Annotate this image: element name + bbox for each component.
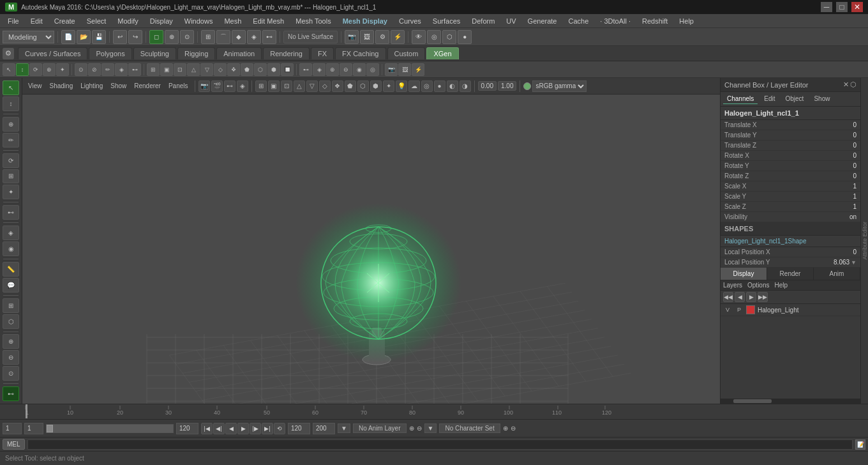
menu-select[interactable]: Select — [82, 16, 112, 26]
tab-rendering[interactable]: Rendering — [263, 47, 310, 59]
transport-start[interactable]: |◀ — [201, 423, 213, 434]
vp-icon-lights[interactable]: 💡 — [396, 80, 407, 92]
it-snap3[interactable]: ⊕ — [326, 63, 339, 76]
loh-options[interactable]: Options — [747, 282, 769, 289]
attr-translate-z[interactable]: Translate Z 0 — [721, 141, 860, 151]
vp-icon-mb[interactable]: ◐ — [447, 80, 458, 92]
vp-icon-tex[interactable]: ⬡ — [357, 80, 369, 92]
menu-create[interactable]: Create — [49, 16, 80, 26]
vp-icon-grid[interactable]: ⊞ — [255, 80, 267, 92]
tool-scale[interactable]: ⊞ — [3, 169, 19, 184]
ch-tab-channels[interactable]: Channels — [723, 94, 758, 104]
tool-snap[interactable]: ◈ — [3, 225, 19, 240]
menu-display[interactable]: Display — [145, 16, 178, 26]
loh-layers[interactable]: Layers — [723, 282, 742, 289]
it-v5[interactable]: ▽ — [200, 63, 213, 76]
it-v8[interactable]: ⬟ — [241, 63, 253, 76]
snap-surface-btn[interactable]: ◈ — [247, 30, 261, 44]
tab-animation[interactable]: Animation — [216, 47, 262, 59]
transport-step-back[interactable]: ◀| — [213, 423, 225, 434]
vp-icon-shadow[interactable]: ⬟ — [345, 80, 356, 92]
menu-edit-mesh[interactable]: Edit Mesh — [248, 16, 289, 26]
rp-close-btn[interactable]: ✕ — [843, 80, 849, 89]
ch-tab-edit[interactable]: Edit — [760, 94, 779, 104]
layer-item-halogen[interactable]: V P Halogen_Light — [721, 304, 860, 316]
menu-windows[interactable]: Windows — [179, 16, 218, 26]
da-tab-render[interactable]: Render — [767, 268, 814, 280]
it-v3[interactable]: ⊡ — [174, 63, 186, 76]
vp-val1[interactable]: 0.00 — [478, 81, 497, 91]
layer-prev-btn[interactable]: ◀ — [735, 292, 745, 302]
menu-edit[interactable]: Edit — [26, 16, 48, 26]
layer-ff-btn[interactable]: ▶▶ — [758, 292, 768, 302]
it-snap1[interactable]: ⊷ — [299, 63, 312, 76]
timeline-slider[interactable] — [46, 424, 174, 433]
menu-cache[interactable]: Cache — [563, 16, 594, 26]
it-snap2[interactable]: ◈ — [313, 63, 326, 76]
tab-fx[interactable]: FX — [311, 47, 334, 59]
attr-local-pos-y[interactable]: Local Position Y 8.063 ▼ — [721, 257, 860, 268]
open-scene-btn[interactable]: 📂 — [77, 30, 91, 44]
close-button[interactable]: ✕ — [851, 2, 863, 12]
tool-camera-fit[interactable]: ⬡ — [3, 314, 19, 329]
attr-rotate-y[interactable]: Rotate Y 0 — [721, 161, 860, 171]
workspace-settings-icon[interactable]: ⚙ — [3, 48, 14, 59]
rp-expand-btn[interactable]: ⬡ — [850, 80, 857, 89]
tool-lasso[interactable]: ⊕ — [3, 117, 19, 132]
tab-sculpting[interactable]: Sculpting — [133, 47, 176, 59]
it-v2[interactable]: ▣ — [160, 63, 173, 76]
ch-tab-object[interactable]: Object — [782, 94, 808, 104]
lasso-btn[interactable]: ⊕ — [165, 30, 179, 44]
loh-help[interactable]: Help — [774, 282, 788, 289]
it-v1[interactable]: ⊞ — [147, 63, 160, 76]
it-lasso[interactable]: ⊘ — [88, 63, 101, 76]
it-camera1[interactable]: 📷 — [385, 63, 398, 76]
vp-icon-ao[interactable]: ❖ — [332, 80, 343, 92]
menu-surfaces[interactable]: Surfaces — [428, 16, 465, 26]
it-rotate[interactable]: ⟳ — [29, 63, 42, 76]
show-hide-btn[interactable]: 👁 — [412, 30, 426, 44]
attr-visibility[interactable]: Visibility on — [721, 212, 860, 222]
shape-name-label[interactable]: Halogen_Light_ncl1_1Shape — [721, 236, 860, 247]
it-v6[interactable]: ◇ — [214, 63, 227, 76]
menu-modify[interactable]: Modify — [112, 16, 143, 26]
menu-deform[interactable]: Deform — [467, 16, 500, 26]
it-snap4[interactable]: ⊖ — [340, 63, 352, 76]
tool-annotate[interactable]: 💬 — [3, 278, 19, 293]
mel-label[interactable]: MEL — [3, 439, 25, 450]
it-v11[interactable]: 🔲 — [281, 63, 294, 76]
attribute-editor-strip[interactable]: Attribute Editor — [860, 78, 868, 404]
it-v7[interactable]: ❖ — [227, 63, 240, 76]
save-scene-btn[interactable]: 💾 — [92, 30, 106, 44]
select-btn[interactable]: ◻ — [149, 30, 163, 44]
vp-icon-wire[interactable]: ▣ — [268, 80, 280, 92]
anim-layer-dropdown-arrow[interactable]: ▼ — [338, 423, 350, 433]
attr-translate-x[interactable]: Translate X 0 — [721, 120, 860, 130]
menu-mesh-tools[interactable]: Mesh Tools — [290, 16, 336, 26]
vp-icon-sel[interactable]: ◈ — [237, 80, 248, 92]
tool-unknown4[interactable]: ⊷ — [3, 386, 19, 401]
vp-icon-shade3[interactable]: ◇ — [319, 80, 331, 92]
it-v10[interactable]: ⬢ — [267, 63, 280, 76]
smooth-btn[interactable]: ● — [458, 30, 472, 44]
maximize-button[interactable]: □ — [836, 2, 848, 12]
minimize-button[interactable]: ─ — [821, 2, 832, 12]
tab-xgen[interactable]: XGen — [426, 47, 458, 59]
mode-selector[interactable]: Modeling Rigging Animation FX Rendering — [3, 31, 54, 43]
tool-unknown1[interactable]: ⊕ — [3, 334, 19, 349]
undo-btn[interactable]: ↩ — [113, 30, 127, 44]
vp-icon-aa[interactable]: ◑ — [460, 80, 471, 92]
frame-end-display[interactable] — [176, 423, 198, 434]
paint-sel-btn[interactable]: ⊙ — [180, 30, 194, 44]
it-v9[interactable]: ⬡ — [254, 63, 267, 76]
it-scale[interactable]: ⊕ — [43, 63, 56, 76]
tab-polygons[interactable]: Polygons — [89, 47, 131, 59]
it-show-manip[interactable]: ⊷ — [128, 63, 141, 76]
attr-scale-z[interactable]: Scale Z 1 — [721, 202, 860, 212]
char-set-icon2[interactable]: ⊖ — [511, 425, 516, 432]
wireframe-btn[interactable]: ⬡ — [442, 30, 456, 44]
menu-mesh-display[interactable]: Mesh Display — [338, 16, 393, 26]
tool-move[interactable]: ↕ — [3, 96, 19, 111]
snap-grid-btn[interactable]: ⊞ — [201, 30, 215, 44]
transport-step-fwd[interactable]: |▶ — [250, 423, 261, 434]
